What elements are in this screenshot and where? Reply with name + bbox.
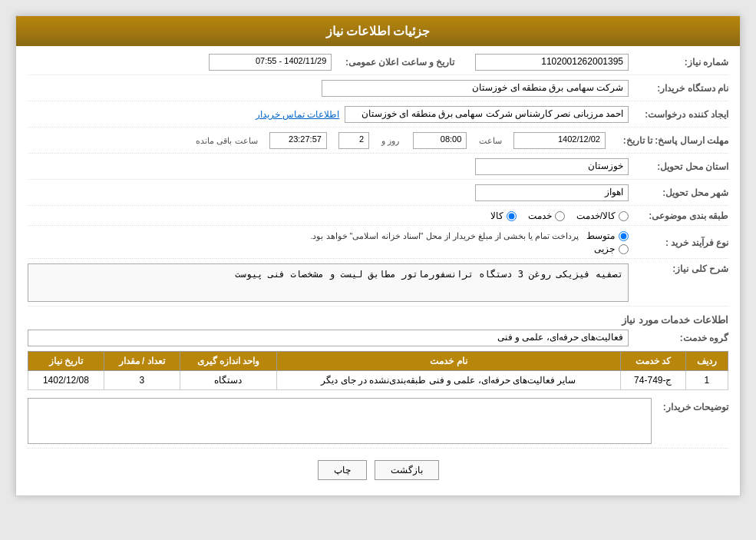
- purchase-radio-jozi[interactable]: [619, 244, 629, 254]
- cell-date: 1402/12/08: [28, 371, 104, 390]
- category-option-kala: کالا: [490, 210, 517, 221]
- need-number-label: شماره نیاز:: [629, 57, 728, 68]
- category-option-kala-khedmat: کالا/خدمت: [576, 210, 629, 221]
- form-section: شماره نیاز: 1102001262001395 تاریخ و ساع…: [28, 54, 728, 449]
- city-label: شهر محل تحویل:: [629, 187, 728, 198]
- time-remaining-label: ساعت باقی مانده: [196, 136, 257, 146]
- announcement-date-value: 1402/11/29 - 07:55: [209, 54, 332, 71]
- cell-quantity: 3: [104, 371, 180, 390]
- purchase-label-motavaset: متوسط: [586, 230, 615, 241]
- creator-value: احمد مرزبانی نصر کارشناس شرکت سهامی برق …: [345, 106, 629, 123]
- deadline-inline: 1402/12/02 ساعت 08:00 روز و 2 23:27:57 س…: [196, 132, 606, 149]
- page-header: جزئیات اطلاعات نیاز: [16, 16, 740, 46]
- creator-row: ایجاد کننده درخواست: احمد مرزبانی نصر کا…: [28, 106, 728, 128]
- col-header-service-code: کد خدمت: [620, 352, 685, 371]
- city-row: شهر محل تحویل: اهواز: [28, 184, 728, 206]
- purchase-options-group: متوسط پرداخت تمام یا بخشی از مبلغ خریدار…: [310, 230, 629, 254]
- category-radio-group: کالا/خدمت خدمت کالا: [490, 210, 629, 221]
- col-header-row-num: ردیف: [685, 352, 728, 371]
- buyer-notes-label: توضیحات خریدار:: [652, 398, 728, 412]
- cell-service-name: سایر فعالیت‌های حرفه‌ای، علمی و فنی طبقه…: [277, 371, 621, 390]
- page-title: جزئیات اطلاعات نیاز: [326, 25, 431, 38]
- purchase-note: پرداخت تمام یا بخشی از مبلغ خریدار از مح…: [310, 231, 579, 241]
- cell-service-code: ج-749-74: [620, 371, 685, 390]
- cell-unit: دستگاه: [180, 371, 277, 390]
- buyer-notes-row: توضیحات خریدار:: [28, 398, 728, 449]
- purchase-type-label: نوع فرآیند خرید :: [629, 237, 728, 248]
- province-row: استان محل تحویل: خوزستان: [28, 158, 728, 180]
- category-radio-kala-khedmat[interactable]: [619, 211, 629, 221]
- days-value: 2: [338, 132, 369, 149]
- purchase-option-motavaset: متوسط پرداخت تمام یا بخشی از مبلغ خریدار…: [310, 230, 629, 241]
- deadline-label: مهلت ارسال پاسخ: تا تاریخ:: [606, 135, 728, 146]
- table-row: 1ج-749-74سایر فعالیت‌های حرفه‌ای، علمی و…: [28, 371, 728, 390]
- services-section-title: اطلاعات خدمات مورد نیاز: [28, 314, 728, 326]
- creator-label: ایجاد کننده درخواست:: [629, 109, 728, 120]
- deadline-row: مهلت ارسال پاسخ: تا تاریخ: 1402/12/02 سا…: [28, 132, 728, 154]
- back-button[interactable]: بازگشت: [375, 460, 439, 480]
- category-option-khedmat: خدمت: [528, 210, 565, 221]
- col-header-unit: واحد اندازه گیری: [180, 352, 277, 371]
- days-label: روز و: [381, 136, 399, 146]
- category-radio-kala[interactable]: [507, 211, 517, 221]
- category-radio-khedmat[interactable]: [555, 211, 565, 221]
- purchase-option-jozi: جزیی: [310, 243, 629, 254]
- service-group-row: گروه خدمت: فعالیت‌های حرفه‌ای، علمی و فن…: [28, 330, 728, 346]
- col-header-service-name: نام خدمت: [277, 352, 621, 371]
- buyer-org-value: شرکت سهامی برق منطقه ای خوزستان: [322, 80, 629, 97]
- category-label-kala: کالا: [490, 210, 503, 221]
- need-description-label: شرح کلی نیاز:: [629, 263, 728, 274]
- province-label: استان محل تحویل:: [629, 161, 728, 172]
- need-description-row: شرح کلی نیاز:: [28, 263, 728, 306]
- purchase-label-jozi: جزیی: [594, 243, 615, 254]
- need-number-value: 1102001262001395: [475, 54, 629, 71]
- main-container: جزئیات اطلاعات نیاز شماره نیاز: 11020012…: [15, 15, 741, 496]
- buyer-notes-value[interactable]: [28, 398, 652, 444]
- print-button[interactable]: چاپ: [318, 460, 367, 480]
- purchase-radio-motavaset[interactable]: [619, 231, 629, 241]
- time-remaining-value: 23:27:57: [269, 132, 327, 149]
- buttons-row: بازگشت چاپ: [28, 460, 728, 480]
- category-row: طبقه بندی موضوعی: کالا/خدمت خدمت کالا: [28, 210, 728, 226]
- category-label-kala-khedmat: کالا/خدمت: [576, 210, 616, 221]
- contact-link[interactable]: اطلاعات تماس خریدار: [256, 109, 340, 120]
- buyer-org-row: نام دستگاه خریدار: شرکت سهامی برق منطقه …: [28, 80, 728, 101]
- service-group-label: گروه خدمت:: [629, 333, 728, 343]
- category-label: طبقه بندی موضوعی:: [629, 210, 728, 221]
- buyer-org-label: نام دستگاه خریدار:: [629, 83, 728, 94]
- announcement-date-label: تاریخ و ساعت اعلان عمومی:: [332, 57, 454, 68]
- service-group-value: فعالیت‌های حرفه‌ای، علمی و فنی: [28, 330, 629, 346]
- need-number-row: شماره نیاز: 1102001262001395 تاریخ و ساع…: [28, 54, 728, 75]
- purchase-type-row: نوع فرآیند خرید : متوسط پرداخت تمام یا ب…: [28, 230, 728, 259]
- col-header-quantity: تعداد / مقدار: [104, 352, 180, 371]
- col-header-date: تاریخ نیاز: [28, 352, 104, 371]
- province-value: خوزستان: [475, 158, 629, 175]
- category-label-khedmat: خدمت: [528, 210, 552, 221]
- content-area: شماره نیاز: 1102001262001395 تاریخ و ساع…: [16, 46, 740, 495]
- services-table: ردیف کد خدمت نام خدمت واحد اندازه گیری ت…: [28, 351, 728, 390]
- response-date: 1402/12/02: [513, 132, 606, 149]
- cell-row-num: 1: [685, 371, 728, 390]
- response-time: 08:00: [413, 132, 467, 149]
- need-description-value[interactable]: [28, 263, 629, 302]
- city-value: اهواز: [475, 184, 629, 201]
- response-time-label: ساعت: [479, 136, 502, 146]
